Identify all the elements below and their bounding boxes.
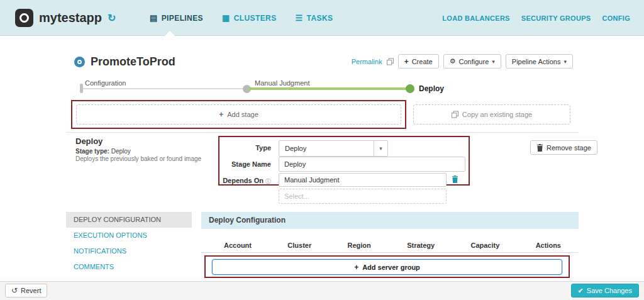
revert-button[interactable]: ↺ Revert bbox=[5, 284, 47, 297]
column-header-capacity: Capacity bbox=[470, 242, 499, 249]
add-server-group-button[interactable]: + Add server group bbox=[212, 259, 562, 275]
gear-icon: ⚙ bbox=[450, 57, 456, 65]
stage-type-select[interactable]: Deploy ▾ bbox=[279, 140, 388, 157]
plus-icon: + bbox=[354, 263, 358, 272]
create-button[interactable]: + Create bbox=[398, 54, 439, 69]
info-icon: ⓘ bbox=[265, 178, 271, 184]
stage-type-line: Stage type: Deploy bbox=[75, 148, 211, 155]
stage-type-select-value: Deploy bbox=[279, 141, 374, 156]
plus-icon: + bbox=[404, 57, 409, 66]
undo-icon: ↺ bbox=[11, 286, 18, 295]
create-label: Create bbox=[412, 58, 433, 65]
column-header-account: Account bbox=[224, 242, 252, 249]
chevron-down-icon: ▾ bbox=[374, 141, 387, 156]
column-header-actions: Actions bbox=[536, 242, 561, 249]
add-stage-button[interactable]: + Add stage bbox=[76, 104, 401, 125]
column-header-region: Region bbox=[348, 242, 371, 249]
app-brand[interactable]: mytestapp ↻ bbox=[15, 0, 116, 36]
stage-description: Deploys the previously baked or found im… bbox=[75, 155, 211, 162]
stage-label-configuration[interactable]: Configuration bbox=[85, 79, 126, 87]
pipeline-header-actions: Permalink + Create ⚙ Configure ▾ Pipelin… bbox=[352, 54, 573, 69]
add-dependency-select[interactable] bbox=[279, 189, 447, 204]
remove-stage-label: Remove stage bbox=[547, 144, 591, 152]
stage-name-input[interactable] bbox=[279, 157, 465, 172]
add-server-group-label: Add server group bbox=[362, 264, 420, 271]
plus-icon: + bbox=[219, 110, 223, 119]
section-item-execution-options[interactable]: EXECUTION OPTIONS bbox=[66, 228, 192, 243]
main-tabs: ▤ PIPELINES ▦ CLUSTERS ☰ TASKS bbox=[150, 0, 333, 36]
tab-label: CLUSTERS bbox=[234, 14, 277, 23]
depends-on-field-label: Depends On ⓘ bbox=[217, 177, 271, 186]
stage-type-label: Stage type: bbox=[75, 148, 109, 155]
remove-stage-button[interactable]: Remove stage bbox=[530, 140, 597, 155]
save-changes-button[interactable]: ✔ Save Changes bbox=[571, 284, 639, 297]
graph-connector-gray bbox=[83, 88, 248, 89]
active-tab-notch bbox=[165, 31, 175, 36]
type-field-label: Type bbox=[217, 144, 271, 152]
stage-info: Deploy Stage type: Deploy Deploys the pr… bbox=[75, 136, 211, 162]
save-changes-label: Save Changes bbox=[587, 287, 632, 294]
nav-link-security-groups[interactable]: SECURITY GROUPS bbox=[521, 14, 591, 22]
tab-pipelines[interactable]: ▤ PIPELINES bbox=[150, 13, 203, 23]
stage-type-value: Deploy bbox=[109, 148, 131, 155]
configure-button[interactable]: ⚙ Configure ▾ bbox=[443, 54, 501, 69]
tab-label: TASKS bbox=[307, 14, 333, 23]
section-divider bbox=[66, 132, 579, 133]
clipboard-icon[interactable] bbox=[387, 58, 394, 65]
section-item-deploy-configuration[interactable]: DEPLOY CONFIGURATION bbox=[66, 212, 192, 228]
trash-icon bbox=[536, 144, 543, 152]
tab-label: PIPELINES bbox=[162, 14, 203, 23]
secondary-nav: LOAD BALANCERS SECURITY GROUPS CONFIG bbox=[442, 0, 630, 36]
pipelines-icon: ▤ bbox=[150, 13, 158, 23]
remove-dependency-trash-icon[interactable] bbox=[452, 174, 458, 186]
stage-node-deploy[interactable] bbox=[406, 84, 414, 93]
nav-link-config[interactable]: CONFIG bbox=[602, 14, 630, 22]
stage-section-nav: DEPLOY CONFIGURATION EXECUTION OPTIONS N… bbox=[66, 212, 192, 275]
column-header-strategy: Strategy bbox=[407, 242, 435, 249]
chevron-down-icon: ▾ bbox=[564, 58, 567, 65]
stage-title: Deploy bbox=[75, 136, 211, 146]
tasks-icon: ☰ bbox=[296, 13, 303, 23]
stage-label-deploy[interactable]: Deploy bbox=[419, 84, 444, 93]
refresh-icon[interactable]: ↻ bbox=[108, 12, 116, 24]
depends-on-input[interactable] bbox=[279, 173, 447, 187]
tab-clusters[interactable]: ▦ CLUSTERS bbox=[222, 13, 277, 23]
copy-existing-stage-button[interactable]: Copy an existing stage bbox=[413, 104, 570, 125]
pipeline-graph: Configuration Manual Judgment Deploy bbox=[66, 78, 579, 102]
chevron-down-icon: ▾ bbox=[492, 58, 495, 65]
check-icon: ✔ bbox=[578, 287, 584, 295]
column-header-cluster: Cluster bbox=[287, 242, 311, 249]
copy-icon bbox=[452, 111, 458, 118]
tab-tasks[interactable]: ☰ TASKS bbox=[296, 13, 333, 23]
configure-label: Configure bbox=[459, 58, 489, 65]
graph-connector-green bbox=[248, 87, 409, 90]
pipeline-actions-button[interactable]: Pipeline Actions ▾ bbox=[506, 54, 573, 69]
spinnaker-app: mytestapp ↻ ▤ PIPELINES ▦ CLUSTERS ☰ TAS… bbox=[0, 0, 644, 300]
stage-label-manual-judgment[interactable]: Manual Judgment bbox=[255, 79, 309, 87]
app-name: mytestapp bbox=[39, 11, 102, 25]
server-group-table-header: Account Cluster Region Strategy Capacity… bbox=[201, 238, 579, 253]
pipeline-status-icon bbox=[74, 57, 85, 67]
add-stage-label: Add stage bbox=[227, 111, 258, 118]
section-item-comments[interactable]: COMMENTS bbox=[66, 259, 192, 275]
permalink-link[interactable]: Permalink bbox=[352, 58, 382, 65]
deploy-configuration-header: Deploy Configuration bbox=[201, 212, 579, 229]
app-logo-icon bbox=[15, 9, 33, 27]
pipeline-header: PromoteToProd bbox=[74, 53, 175, 70]
pipeline-actions-label: Pipeline Actions bbox=[512, 58, 561, 65]
pipeline-title: PromoteToProd bbox=[91, 55, 175, 69]
top-nav: mytestapp ↻ ▤ PIPELINES ▦ CLUSTERS ☰ TAS… bbox=[0, 0, 644, 36]
copy-stage-label: Copy an existing stage bbox=[462, 111, 532, 118]
footer-bar bbox=[0, 281, 644, 300]
clusters-icon: ▦ bbox=[222, 13, 230, 23]
section-item-notifications[interactable]: NOTIFICATIONS bbox=[66, 243, 192, 259]
revert-label: Revert bbox=[21, 287, 41, 294]
nav-link-load-balancers[interactable]: LOAD BALANCERS bbox=[442, 14, 509, 22]
stage-name-field-label: Stage Name bbox=[217, 160, 271, 168]
